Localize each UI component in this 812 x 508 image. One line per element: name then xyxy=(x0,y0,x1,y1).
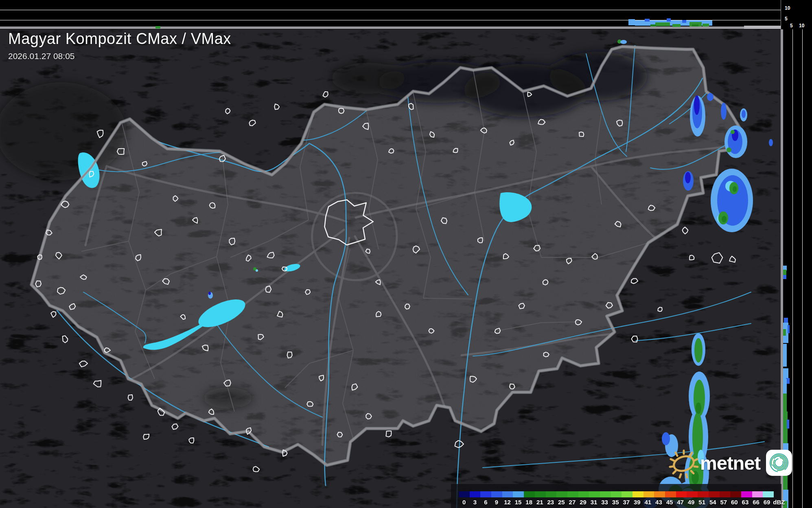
top-axis-label-5: 5 xyxy=(785,16,788,21)
dbz-label-31: 31 xyxy=(589,499,600,505)
dbz-label-9: 9 xyxy=(491,499,502,505)
metnet-logo-text: metnet xyxy=(700,452,760,474)
dbz-label-23: 23 xyxy=(545,499,556,505)
profile-axis-corner: 10 5 5 10 xyxy=(781,0,812,29)
dbz-cell-41 xyxy=(643,491,654,497)
dbz-label-18: 18 xyxy=(523,499,534,505)
dbz-label-41: 41 xyxy=(643,499,654,505)
map-canvas xyxy=(0,29,781,508)
dbz-cell-49 xyxy=(687,491,698,497)
dbz-cell-3 xyxy=(470,491,481,497)
dbz-label-27: 27 xyxy=(567,499,578,505)
dbz-label-63: 63 xyxy=(740,499,751,505)
right-axis-label-10: 10 xyxy=(799,23,804,28)
metnet-app-icon xyxy=(766,450,792,476)
dbz-cell-25 xyxy=(556,491,567,497)
right-profile-panel xyxy=(783,0,812,508)
dbz-cell-12 xyxy=(502,491,513,497)
dbz-cell-60 xyxy=(730,491,741,497)
dbz-cell-31 xyxy=(589,491,600,497)
dbz-cell-18 xyxy=(524,491,535,497)
dbz-cell-39 xyxy=(633,491,643,497)
dbz-unit-label: dBZ xyxy=(772,499,789,505)
dbz-cell-29 xyxy=(578,491,589,497)
dbz-cell-9 xyxy=(491,491,502,497)
metnet-logo: metnet xyxy=(668,446,792,480)
dbz-cell-57 xyxy=(720,491,731,497)
dbz-label-21: 21 xyxy=(534,499,545,505)
dbz-cell-43 xyxy=(654,491,665,497)
dbz-label-54: 54 xyxy=(707,499,718,505)
dbz-colorbar-labels: 0369121518212325272931333537394143454749… xyxy=(459,499,789,505)
dbz-cell-6 xyxy=(480,491,491,497)
dbz-cell-45 xyxy=(665,491,676,497)
dbz-cell-37 xyxy=(622,491,633,497)
dbz-label-35: 35 xyxy=(610,499,621,505)
dbz-label-69: 69 xyxy=(762,499,773,505)
dbz-label-43: 43 xyxy=(653,499,664,505)
dbz-label-37: 37 xyxy=(621,499,632,505)
dbz-label-33: 33 xyxy=(599,499,610,505)
top-panel-divider xyxy=(0,26,783,29)
dbz-label-3: 3 xyxy=(470,499,481,505)
title-block: Magyar Kompozit CMax / VMax 2026.01.27 0… xyxy=(8,30,231,61)
map-title: Magyar Kompozit CMax / VMax xyxy=(8,30,231,48)
top-profile-panel xyxy=(0,0,781,26)
dbz-cell-47 xyxy=(676,491,687,497)
dbz-colorbar xyxy=(459,491,774,497)
dbz-cell-15 xyxy=(513,491,524,497)
right-panel-divider xyxy=(781,0,783,508)
dbz-label-66: 66 xyxy=(751,499,762,505)
dbz-label-60: 60 xyxy=(729,499,740,505)
dbz-legend: 0369121518212325272931333537394143454749… xyxy=(451,484,781,508)
dbz-label-12: 12 xyxy=(502,499,513,505)
sun-icon xyxy=(668,446,700,480)
dbz-label-47: 47 xyxy=(675,499,686,505)
dbz-label-15: 15 xyxy=(513,499,524,505)
dbz-cell-27 xyxy=(567,491,578,497)
radar-map xyxy=(0,29,781,508)
dbz-cell-0 xyxy=(459,491,470,497)
dbz-cell-33 xyxy=(600,491,611,497)
dbz-label-45: 45 xyxy=(664,499,675,505)
dbz-label-39: 39 xyxy=(632,499,643,505)
top-profile-gridline-5km xyxy=(0,20,781,20)
dbz-label-57: 57 xyxy=(718,499,729,505)
dbz-cell-23 xyxy=(546,491,557,497)
radar-composite-screen: 10 5 5 10 Magyar Kompozit CMax / VMax 20… xyxy=(0,0,812,508)
top-panel-divider-highlight xyxy=(744,26,781,29)
spiral-icon xyxy=(768,452,790,473)
dbz-cell-69 xyxy=(763,491,774,497)
dbz-label-51: 51 xyxy=(696,499,707,505)
dbz-label-0: 0 xyxy=(459,499,470,505)
dbz-label-25: 25 xyxy=(556,499,567,505)
dbz-cell-51 xyxy=(698,491,709,497)
dbz-cell-21 xyxy=(535,491,546,497)
right-profile-gridline-5km xyxy=(792,29,793,508)
dbz-cell-35 xyxy=(611,491,622,497)
dbz-cell-54 xyxy=(709,491,720,497)
top-axis-label-10: 10 xyxy=(785,6,790,11)
right-profile-gridline-10km xyxy=(802,29,803,508)
dbz-label-6: 6 xyxy=(480,499,491,505)
dbz-label-49: 49 xyxy=(686,499,697,505)
map-timestamp: 2026.01.27 08:05 xyxy=(8,51,231,61)
dbz-cell-66 xyxy=(752,491,763,497)
top-profile-gridline-10km xyxy=(0,10,781,10)
dbz-cell-63 xyxy=(741,491,752,497)
dbz-label-29: 29 xyxy=(578,499,589,505)
right-axis-label-5: 5 xyxy=(790,23,793,28)
